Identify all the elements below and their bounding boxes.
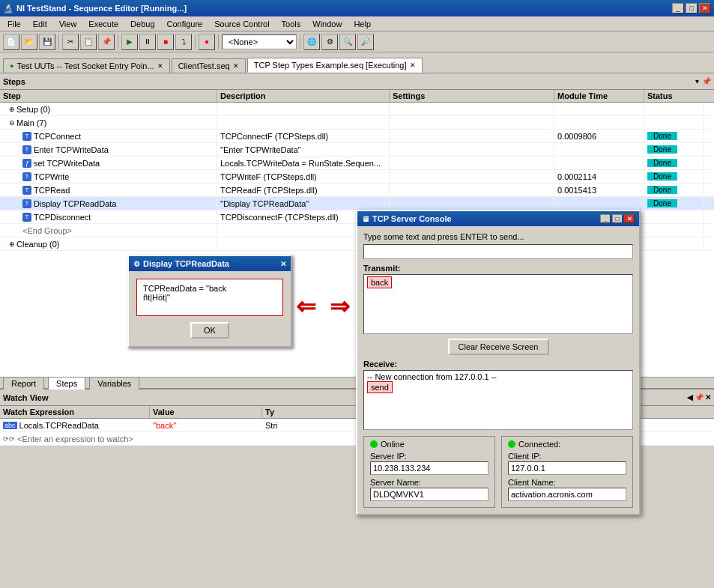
step-displaytcpread-settings (390, 197, 554, 210)
toolbar-breakpoint[interactable]: ● (199, 34, 215, 50)
step-settcpwrite-desc: Locals.TCPWriteData = RunState.Sequen... (217, 157, 390, 169)
watch-view-pin-icon[interactable]: 📌 (695, 393, 704, 401)
col-settings: Settings (390, 90, 554, 102)
step-row-tcpwrite[interactable]: T TCPWrite TCPWriteF (TCPSteps.dll) 0.00… (0, 170, 714, 184)
watch-view-close-icon[interactable]: ✕ (705, 393, 711, 401)
expand-icon-setup: ⊕ (9, 106, 15, 113)
col-description: Description (217, 90, 390, 102)
step-tcpread-status: Done (644, 184, 704, 196)
step-setup-status (644, 103, 704, 115)
steps-rows-container: ⊕ Setup (0) ⊖ Main (7) T TCPConnect (0, 103, 714, 377)
step-tcpdisconnect-desc: TCPDisconnectF (TCPSteps.dll) (217, 210, 390, 223)
tcp-clientname-input[interactable] (508, 488, 626, 501)
menu-view[interactable]: View (53, 18, 83, 30)
step-row-endgroup: <End Group> (0, 224, 714, 237)
step-settcpwrite-status: Done (644, 157, 704, 169)
tab-clienttest-close[interactable]: ✕ (233, 62, 239, 70)
tcp-connected-group: Connected: Client IP: Client Name: (501, 436, 633, 508)
menu-help[interactable]: Help (348, 18, 377, 30)
toolbar-paste[interactable]: 📌 (98, 34, 115, 50)
step-setup-settings (390, 103, 554, 115)
watch-expr-icon: abc (3, 422, 17, 429)
step-row-cleanup[interactable]: ⊕ Cleanup (0) (0, 237, 714, 251)
title-bar: 🔬 NI TestStand - Sequence Editor [Runnin… (0, 0, 714, 16)
toolbar-stop[interactable]: ■ (157, 34, 174, 50)
tab-clienttest-label: ClientTest.seq (178, 61, 230, 70)
watch-enter-icon: ⟳⟳ (3, 435, 15, 443)
tab-tcpstep[interactable]: TCP Step Types Example.seq [Executing] ✕ (247, 58, 423, 73)
watch-row-enter[interactable]: ⟳⟳ <Enter an expression to watch> (0, 432, 714, 446)
toolbar-new[interactable]: 📄 (3, 34, 19, 50)
tcp-servername-field: Server Name: (370, 478, 488, 501)
toolbar-save[interactable]: 💾 (39, 34, 55, 50)
watch-view-expand-icon[interactable]: ◀ (687, 393, 693, 401)
menu-file[interactable]: File (1, 18, 27, 30)
tab-tcpstep-close[interactable]: ✕ (410, 61, 416, 69)
tcp-status-row: Online Server IP: Server Name: Connected… (363, 436, 633, 508)
step-setup-name: ⊕ Setup (0) (0, 103, 217, 115)
execution-mode-dropdown[interactable]: <None> (222, 34, 297, 49)
toolbar-zoom-out[interactable]: 🔎 (357, 34, 374, 50)
step-row-tcpread[interactable]: T TCPRead TCPReadF (TCPSteps.dll) 0.0015… (0, 184, 714, 197)
step-row-entertcpwrite[interactable]: T Enter TCPWriteData "Enter TCPWriteData… (0, 143, 714, 157)
step-row-tcpdisconnect[interactable]: T TCPDisconnect TCPDisconnectF (TCPSteps… (0, 210, 714, 224)
toolbar-step-into[interactable]: ⤵ (175, 34, 192, 50)
step-tcpwrite-name: T TCPWrite (0, 170, 217, 183)
watch-row-tcpread[interactable]: abc Locals.TCPReadData "back" Stri (0, 419, 714, 432)
step-tcpwrite-icon: T (22, 172, 31, 181)
app-icon: 🔬 (3, 4, 13, 13)
maximize-button[interactable]: □ (686, 3, 698, 13)
steps-expand-icon[interactable]: ▾ (695, 77, 699, 85)
close-button[interactable]: ✕ (699, 3, 711, 13)
toolbar-web[interactable]: 🌐 (303, 34, 320, 50)
step-tcpwrite-status: Done (644, 170, 704, 183)
tcp-clientip-label: Client IP: (508, 452, 626, 461)
steps-pin-icon[interactable]: 📌 (702, 77, 711, 85)
tab-report[interactable]: Report (3, 377, 44, 390)
toolbar-settings[interactable]: ⚙ (321, 34, 338, 50)
watch-type-tcpread: Stri (262, 419, 322, 431)
tab-variables[interactable]: Variables (89, 377, 139, 390)
menu-source-control[interactable]: Source Control (208, 18, 275, 30)
toolbar-sep2 (118, 34, 118, 49)
toolbar-run[interactable]: ▶ (121, 34, 138, 50)
tcp-clientip-input[interactable] (508, 461, 626, 475)
toolbar-pause[interactable]: ⏸ (139, 34, 156, 50)
menu-configure[interactable]: Configure (161, 18, 209, 30)
step-tcpdisconnect-settings (390, 210, 554, 223)
step-tcpconnect-time: 0.0009806 (554, 130, 644, 142)
toolbar-sep1 (58, 34, 59, 49)
watch-expr-tcpread: abc Locals.TCPReadData (0, 419, 150, 431)
title-bar-left: 🔬 NI TestStand - Sequence Editor [Runnin… (3, 4, 187, 13)
toolbar-copy[interactable]: 📋 (80, 34, 97, 50)
menu-tools[interactable]: Tools (276, 18, 307, 30)
toolbar-zoom-in[interactable]: 🔍 (339, 34, 356, 50)
step-main-name: ⊖ Main (7) (0, 116, 217, 129)
tcp-serverip-input[interactable] (370, 461, 488, 475)
toolbar-open[interactable]: 📂 (21, 34, 37, 50)
step-displaytcpread-status: Done (644, 197, 704, 210)
step-tcpwrite-time: 0.0002114 (554, 170, 644, 183)
menu-execute[interactable]: Execute (82, 18, 124, 30)
tcp-online-group: Online Server IP: Server Name: (363, 436, 495, 508)
menu-window[interactable]: Window (306, 18, 348, 30)
expand-icon-cleanup: ⊕ (9, 240, 15, 248)
watch-value-enter (150, 432, 262, 445)
minimize-button[interactable]: _ (672, 3, 684, 13)
tab-steps[interactable]: Steps (48, 377, 85, 390)
step-row-setup[interactable]: ⊕ Setup (0) (0, 103, 714, 116)
step-row-main[interactable]: ⊖ Main (7) (0, 116, 714, 130)
tab-testuuts-close[interactable]: ✕ (157, 62, 163, 70)
step-row-settcpwrite[interactable]: ƒ set TCPWriteData Locals.TCPWriteData =… (0, 157, 714, 170)
step-row-tcpconnect[interactable]: T TCPConnect TCPConnectF (TCPSteps.dll) … (0, 130, 714, 143)
menu-edit[interactable]: Edit (27, 18, 53, 30)
tcp-servername-input[interactable] (370, 488, 488, 501)
tab-testuuts[interactable]: ● Test UUTs -- Test Socket Entry Poin...… (3, 58, 170, 73)
step-setup-time (554, 103, 644, 115)
menu-debug[interactable]: Debug (124, 18, 160, 30)
tab-bar: ● Test UUTs -- Test Socket Entry Poin...… (0, 52, 714, 73)
toolbar-cut[interactable]: ✂ (62, 34, 79, 50)
tab-clienttest[interactable]: ClientTest.seq ✕ (172, 58, 246, 73)
step-settcpwrite-settings (390, 157, 554, 169)
step-row-displaytcpread[interactable]: T Display TCPReadData "Display TCPReadDa… (0, 197, 714, 210)
